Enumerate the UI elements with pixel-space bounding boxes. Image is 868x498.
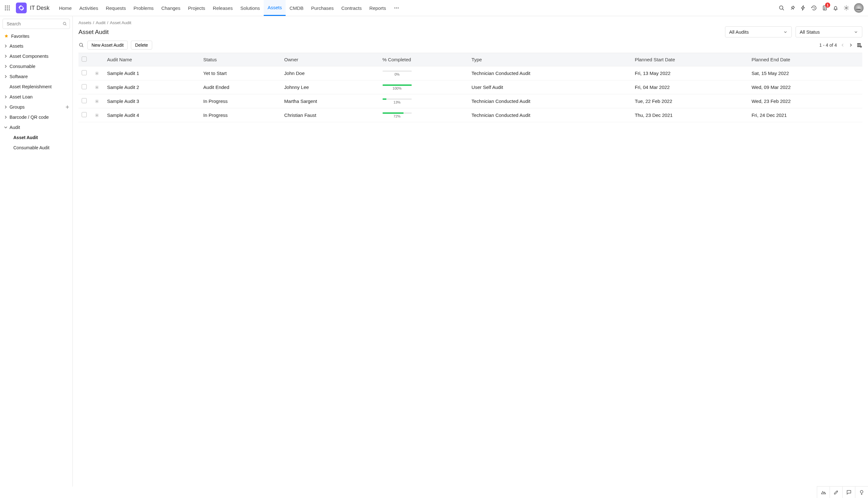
cell-audit-name: Sample Audit 2 — [104, 80, 200, 94]
nav-item-problems[interactable]: Problems — [130, 0, 157, 16]
sidebar-item-label: Asset Loan — [10, 94, 33, 100]
svg-point-3 — [5, 7, 6, 8]
nav-item-purchases[interactable]: Purchases — [307, 0, 337, 16]
sidebar-item-asset-loan[interactable]: Asset Loan — [0, 92, 73, 102]
svg-point-1 — [7, 5, 8, 6]
nav-item-releases[interactable]: Releases — [209, 0, 237, 16]
new-asset-audit-button[interactable]: New Asset Audit — [87, 41, 128, 50]
sidebar-item-asset-replenishment[interactable]: Asset Replenishment — [0, 82, 73, 92]
nav-item-requests[interactable]: Requests — [102, 0, 130, 16]
nav-item-cmdb[interactable]: CMDB — [286, 0, 307, 16]
chevron-down-icon — [854, 30, 858, 34]
pager-prev-icon[interactable] — [840, 42, 845, 48]
svg-point-15 — [846, 7, 847, 9]
app-title: IT Desk — [30, 5, 50, 11]
pin-icon[interactable] — [789, 5, 795, 11]
app-logo[interactable] — [16, 2, 27, 13]
sidebar-item-label: Software — [10, 74, 28, 79]
sidebar-item-label: Groups — [10, 105, 25, 109]
apps-grid-icon[interactable] — [4, 5, 10, 11]
breadcrumb-item[interactable]: Audit — [96, 20, 105, 25]
row-checkbox[interactable] — [82, 70, 87, 75]
row-actions-icon[interactable] — [91, 108, 104, 122]
nav-item-changes[interactable]: Changes — [158, 0, 184, 16]
search-icon[interactable] — [778, 5, 785, 11]
col-end[interactable]: Planned End Date — [748, 53, 862, 66]
nav-item-reports[interactable]: Reports — [365, 0, 390, 16]
bell-icon[interactable] — [832, 5, 839, 11]
header-right: 1 — [778, 3, 864, 13]
breadcrumb-item[interactable]: Assets — [78, 20, 91, 25]
col-type[interactable]: Type — [468, 53, 632, 66]
breadcrumb: Assets/Audit/Asset Audit — [78, 20, 862, 25]
cell-end: Fri, 24 Dec 2021 — [748, 108, 862, 122]
svg-point-22 — [96, 73, 98, 74]
col-status[interactable]: Status — [200, 53, 281, 66]
cell-owner: Johnny Lee — [281, 80, 379, 94]
audit-table: Audit Name Status Owner % Completed Type… — [78, 53, 862, 122]
row-checkbox[interactable] — [82, 84, 87, 89]
col-pct-completed[interactable]: % Completed — [379, 53, 469, 66]
add-icon[interactable] — [65, 105, 69, 109]
select-all-checkbox[interactable] — [82, 56, 87, 62]
filter-status-dropdown[interactable]: All Status — [795, 26, 862, 38]
svg-point-2 — [9, 5, 10, 6]
pager-next-icon[interactable] — [848, 42, 853, 48]
delete-button[interactable]: Delete — [131, 41, 152, 50]
sidebar-item-label: Asset Audit — [13, 135, 38, 140]
columns-settings-icon[interactable] — [857, 42, 862, 48]
toolbar-right: 1 - 4 of 4 — [819, 42, 862, 48]
col-start[interactable]: Planned Start Date — [632, 53, 749, 66]
nav-item-projects[interactable]: Projects — [184, 0, 209, 16]
table-row[interactable]: Sample Audit 1Yet to StartJohn Doe0%Tech… — [78, 66, 862, 80]
sidebar-item-barcode-qr-code[interactable]: Barcode / QR code — [0, 112, 73, 122]
gear-icon[interactable] — [843, 5, 850, 11]
nav-more-icon[interactable] — [390, 5, 403, 11]
svg-point-24 — [96, 101, 98, 102]
row-checkbox[interactable] — [82, 112, 87, 117]
chevron-icon — [4, 54, 8, 58]
sidebar-item-audit[interactable]: Audit — [0, 122, 73, 132]
sidebar-item-groups[interactable]: Groups — [0, 102, 73, 112]
svg-point-5 — [9, 7, 10, 8]
nav-item-activities[interactable]: Activities — [76, 0, 102, 16]
sidebar: Favorites AssetsAsset ComponentsConsumab… — [0, 16, 73, 487]
breadcrumb-item: Asset Audit — [110, 20, 131, 25]
favorites-row[interactable]: Favorites — [0, 31, 73, 41]
cell-status: Yet to Start — [200, 66, 281, 80]
table-row[interactable]: Sample Audit 3In ProgressMartha Sargent1… — [78, 94, 862, 108]
search-icon[interactable] — [62, 21, 67, 26]
nav-item-home[interactable]: Home — [55, 0, 76, 16]
row-actions-icon[interactable] — [91, 66, 104, 80]
nav-item-assets[interactable]: Assets — [264, 0, 286, 16]
sidebar-item-consumable-audit[interactable]: Consumable Audit — [0, 143, 73, 153]
svg-point-11 — [396, 8, 397, 9]
table-row[interactable]: Sample Audit 2Audit EndedJohnny Lee100%U… — [78, 80, 862, 94]
clipboard-icon[interactable]: 1 — [821, 5, 828, 11]
avatar[interactable] — [854, 3, 864, 13]
chevron-down-icon — [783, 30, 788, 34]
col-audit-name[interactable]: Audit Name — [104, 53, 200, 66]
svg-point-10 — [394, 8, 395, 9]
sidebar-item-software[interactable]: Software — [0, 71, 73, 82]
sidebar-item-asset-components[interactable]: Asset Components — [0, 51, 73, 61]
sidebar-item-assets[interactable]: Assets — [0, 41, 73, 51]
cell-owner: Martha Sargent — [281, 94, 379, 108]
cell-status: In Progress — [200, 108, 281, 122]
bolt-icon[interactable] — [800, 5, 806, 11]
col-owner[interactable]: Owner — [281, 53, 379, 66]
toolbar: New Asset Audit Delete 1 - 4 of 4 — [78, 41, 862, 50]
cell-type: Technician Conducted Audit — [468, 94, 632, 108]
sidebar-item-asset-audit[interactable]: Asset Audit — [0, 132, 73, 143]
sidebar-item-consumable[interactable]: Consumable — [0, 61, 73, 71]
nav-item-contracts[interactable]: Contracts — [337, 0, 365, 16]
row-actions-icon[interactable] — [91, 80, 104, 94]
history-icon[interactable] — [811, 5, 817, 11]
search-input[interactable] — [2, 19, 70, 29]
table-row[interactable]: Sample Audit 4In ProgressChristian Faust… — [78, 108, 862, 122]
row-actions-icon[interactable] — [91, 94, 104, 108]
search-icon[interactable] — [78, 42, 84, 48]
row-checkbox[interactable] — [82, 98, 87, 103]
nav-item-solutions[interactable]: Solutions — [236, 0, 264, 16]
filter-audits-dropdown[interactable]: All Audits — [725, 26, 792, 38]
